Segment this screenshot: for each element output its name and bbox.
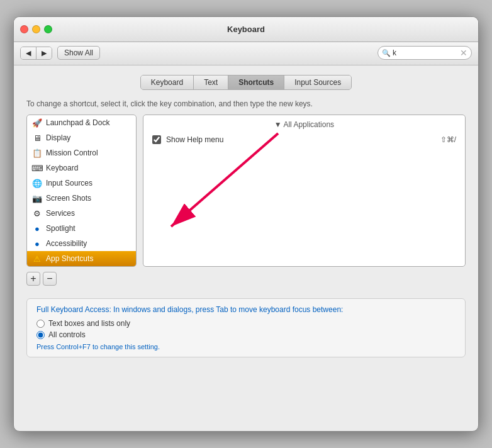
show-all-button[interactable]: Show All	[57, 46, 100, 60]
nav-buttons: ◀ ▶	[20, 47, 52, 60]
maximize-button[interactable]	[44, 25, 52, 33]
sidebar-item-label: Services	[46, 209, 75, 218]
display-icon: 🖥	[32, 133, 42, 143]
radio-all-controls-input[interactable]	[36, 331, 45, 339]
input-sources-icon: 🌐	[32, 178, 42, 188]
search-input[interactable]	[393, 48, 460, 57]
sidebar-item-screen-shots[interactable]: 📷 Screen Shots	[27, 191, 136, 206]
sidebar-item-label: Spotlight	[46, 224, 75, 233]
app-shortcuts-icon: ⚠	[32, 254, 42, 264]
radio-text-boxes: Text boxes and lists only	[36, 319, 456, 328]
radio-all-controls: All controls	[36, 330, 456, 339]
toolbar: ◀ ▶ Show All 🔍 ✕	[14, 42, 478, 65]
sidebar-item-input-sources[interactable]: 🌐 Input Sources	[27, 176, 136, 191]
search-clear-icon[interactable]: ✕	[460, 48, 467, 58]
search-icon: 🔍	[382, 49, 391, 57]
instruction-text: To change a shortcut, select it, click t…	[26, 99, 466, 108]
sidebar-item-accessibility[interactable]: ● Accessibility	[27, 236, 136, 251]
panel-wrapper: 🚀 Launchpad & Dock 🖥 Display 📋 Mission C…	[26, 115, 466, 267]
radio-text-boxes-input[interactable]	[36, 320, 45, 328]
sidebar-item-label: App Shortcuts	[46, 254, 93, 263]
sidebar-item-label: Keyboard	[46, 164, 78, 172]
sidebar-item-label: Screen Shots	[46, 194, 91, 203]
right-panel: ▼ All Applications Show Help menu ⇧⌘/	[143, 115, 466, 267]
tab-bar: Keyboard Text Shortcuts Input Sources	[140, 75, 352, 90]
sidebar-item-launchpad[interactable]: 🚀 Launchpad & Dock	[27, 115, 136, 130]
sidebar-item-label: Display	[46, 133, 70, 142]
bottom-buttons: + −	[26, 272, 466, 286]
shortcut-name: Show Help menu	[166, 135, 440, 144]
sidebar-item-display[interactable]: 🖥 Display	[27, 130, 136, 145]
back-button[interactable]: ◀	[21, 47, 36, 59]
fka-hint: Press Control+F7 to change this setting.	[36, 343, 456, 350]
sidebar-item-label: Launchpad & Dock	[46, 118, 109, 127]
spotlight-icon: ●	[32, 223, 42, 233]
fka-title: Full Keyboard Access: In windows and dia…	[36, 305, 456, 314]
sidebar-item-services[interactable]: ⚙ Services	[27, 206, 136, 221]
sidebar-item-label: Mission Control	[46, 148, 98, 157]
sidebar: 🚀 Launchpad & Dock 🖥 Display 📋 Mission C…	[26, 115, 137, 267]
accessibility-icon: ●	[32, 238, 42, 249]
show-help-checkbox[interactable]	[152, 135, 161, 144]
sidebar-item-app-shortcuts[interactable]: ⚠ App Shortcuts	[27, 251, 136, 266]
shortcut-keys: ⇧⌘/	[440, 135, 456, 144]
remove-shortcut-button[interactable]: −	[43, 272, 57, 286]
launchpad-icon: 🚀	[32, 118, 42, 128]
tab-bar-container: Keyboard Text Shortcuts Input Sources	[26, 75, 466, 90]
titlebar: Keyboard	[14, 17, 478, 42]
tab-input-sources[interactable]: Input Sources	[284, 76, 351, 89]
services-icon: ⚙	[32, 208, 42, 218]
radio-all-controls-label[interactable]: All controls	[48, 330, 86, 339]
fka-section: Full Keyboard Access: In windows and dia…	[26, 298, 466, 357]
tab-keyboard[interactable]: Keyboard	[141, 76, 194, 89]
all-apps-header: ▼ All Applications	[148, 120, 460, 129]
sidebar-item-mission-control[interactable]: 📋 Mission Control	[27, 145, 136, 160]
keyboard-icon: ⌨	[32, 163, 42, 173]
main-window: Keyboard ◀ ▶ Show All 🔍 ✕ Keyboard Text …	[13, 16, 479, 432]
main-area: 🚀 Launchpad & Dock 🖥 Display 📋 Mission C…	[26, 115, 466, 267]
traffic-lights	[20, 25, 52, 33]
sidebar-item-keyboard[interactable]: ⌨ Keyboard	[27, 160, 136, 176]
tab-shortcuts[interactable]: Shortcuts	[228, 76, 284, 89]
sidebar-item-label: Accessibility	[46, 239, 87, 248]
sidebar-item-spotlight[interactable]: ● Spotlight	[27, 221, 136, 236]
radio-text-boxes-label[interactable]: Text boxes and lists only	[48, 319, 130, 328]
sidebar-item-label: Input Sources	[46, 179, 92, 188]
mission-control-icon: 📋	[32, 148, 42, 158]
shortcut-row: Show Help menu ⇧⌘/	[148, 133, 460, 147]
screen-shots-icon: 📷	[32, 193, 42, 203]
add-shortcut-button[interactable]: +	[26, 272, 40, 286]
search-box: 🔍 ✕	[377, 46, 472, 60]
tab-text[interactable]: Text	[194, 76, 228, 89]
minimize-button[interactable]	[32, 25, 40, 33]
window-title: Keyboard	[227, 25, 265, 34]
content-area: Keyboard Text Shortcuts Input Sources To…	[14, 65, 478, 367]
forward-button[interactable]: ▶	[36, 47, 52, 59]
close-button[interactable]	[20, 25, 28, 33]
